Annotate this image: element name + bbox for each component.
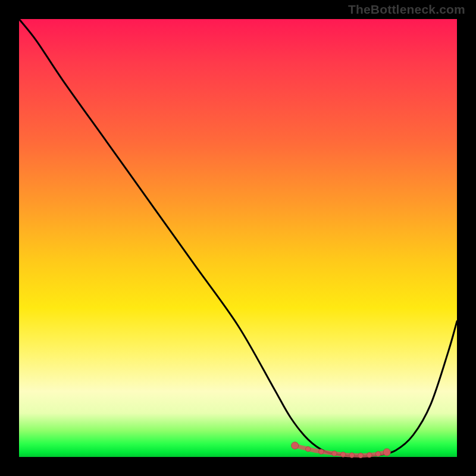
plot-area bbox=[19, 19, 457, 457]
watermark-text: TheBottleneck.com bbox=[348, 2, 465, 17]
optimal-marker bbox=[340, 452, 345, 457]
optimal-marker bbox=[383, 449, 390, 456]
optimal-marker bbox=[375, 452, 380, 456]
optimal-marker bbox=[319, 449, 324, 454]
optimal-marker bbox=[332, 451, 337, 456]
optimal-marker bbox=[292, 442, 299, 449]
optimal-marker bbox=[349, 453, 354, 458]
bottleneck-curve bbox=[19, 19, 457, 456]
optimal-marker bbox=[358, 453, 363, 458]
optimal-zone-markers bbox=[292, 442, 391, 458]
optimal-marker bbox=[367, 452, 372, 457]
chart-stage: TheBottleneck.com bbox=[0, 0, 476, 476]
optimal-marker bbox=[306, 447, 311, 452]
curve-svg bbox=[19, 19, 457, 457]
